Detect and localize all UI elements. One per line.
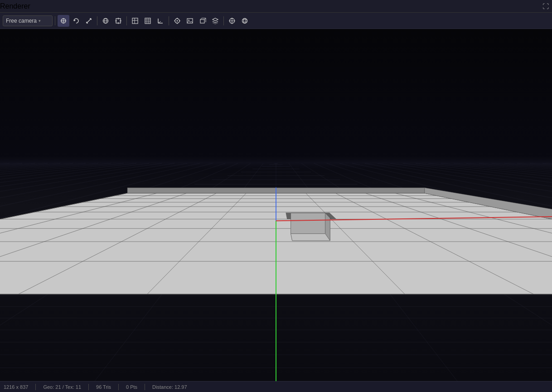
world-tool-button[interactable] xyxy=(239,15,251,27)
svg-line-4 xyxy=(87,19,91,23)
title-bar: Renderer ⛶ xyxy=(0,0,552,13)
svg-rect-36 xyxy=(200,19,204,23)
layers-tool-button[interactable] xyxy=(209,15,221,27)
toolbar-separator-3 xyxy=(126,16,127,25)
status-sep-4 xyxy=(145,384,145,390)
translate-tool-button[interactable] xyxy=(112,15,124,27)
status-bar: 1216 x 837 Geo: 21 / Tex: 11 96 Tris 0 P… xyxy=(0,381,552,392)
geo-info: Geo: 21 / Tex: 11 xyxy=(43,384,81,390)
svg-point-35 xyxy=(188,19,189,21)
svg-rect-34 xyxy=(187,19,193,23)
axes-tool-button[interactable] xyxy=(155,15,166,27)
status-sep-3 xyxy=(118,384,119,390)
status-sep-2 xyxy=(88,384,89,390)
tris-info: 96 Tris xyxy=(96,384,111,390)
toolbar-separator-4 xyxy=(169,16,169,25)
camera-label: Free camera xyxy=(6,18,37,24)
viewport[interactable] xyxy=(0,29,552,381)
camera-dropdown[interactable]: Free camera ▾ xyxy=(3,15,53,26)
dropdown-arrow: ▾ xyxy=(39,19,41,23)
toolbar-separator-1 xyxy=(55,16,55,25)
title-label: Renderer xyxy=(0,2,30,10)
snap-tool-button[interactable] xyxy=(171,15,183,27)
toolbar-separator-2 xyxy=(97,16,97,25)
rotate-tool-button[interactable] xyxy=(70,15,82,27)
toolbar: Free camera ▾ xyxy=(0,13,552,29)
svg-point-29 xyxy=(177,20,178,21)
pts-info: 0 Pts xyxy=(126,384,137,390)
fullscreen-button[interactable]: ⛶ xyxy=(539,0,552,13)
svg-rect-17 xyxy=(132,18,138,24)
toolbar-separator-5 xyxy=(223,16,224,25)
grid-tool-button[interactable] xyxy=(129,15,141,27)
gizmo-tool-button[interactable] xyxy=(226,15,238,27)
svg-point-45 xyxy=(242,18,247,23)
move-tool-button[interactable] xyxy=(58,15,69,27)
image-tool-button[interactable] xyxy=(184,15,196,27)
svg-marker-41 xyxy=(213,18,218,21)
svg-point-46 xyxy=(244,18,246,23)
object-tool-button[interactable] xyxy=(100,15,111,27)
resolution-info: 1216 x 837 xyxy=(4,384,28,390)
status-sep-1 xyxy=(35,384,36,390)
3d-canvas[interactable] xyxy=(0,29,552,381)
scale-tool-button[interactable] xyxy=(83,15,95,27)
svg-rect-20 xyxy=(145,18,150,24)
distance-info: Distance: 12.97 xyxy=(152,384,187,390)
grid2-tool-button[interactable] xyxy=(142,15,154,27)
svg-marker-3 xyxy=(74,19,76,21)
box-tool-button[interactable] xyxy=(197,15,208,27)
